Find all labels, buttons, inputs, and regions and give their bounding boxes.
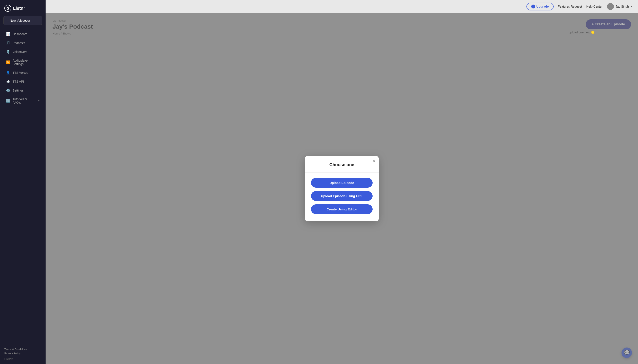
app-name: Listnr <box>13 6 25 11</box>
logo-icon: ◑ <box>4 5 11 12</box>
sidebar-item-tts-api[interactable]: ☁️ TTS API <box>2 77 44 86</box>
sidebar-item-tts-voices[interactable]: 👤 TTS Voices <box>2 68 44 77</box>
sidebar-item-label: Voiceovers <box>13 50 27 54</box>
audioplayer-icon: ▶️ <box>6 60 10 64</box>
sidebar-item-label: Settings <box>13 89 24 92</box>
sidebar-item-label: Tutorials & FAQ's <box>13 98 36 104</box>
tts-api-icon: ☁️ <box>6 80 10 84</box>
tutorials-icon: ℹ️ <box>6 99 10 103</box>
upgrade-button[interactable]: ↑ Upgrade <box>526 2 553 10</box>
chevron-down-icon: ▾ <box>630 5 632 8</box>
sidebar-item-dashboard[interactable]: 📊 Dashboard <box>2 30 44 38</box>
privacy-link[interactable]: Privacy Policy <box>4 352 41 355</box>
terms-link[interactable]: Terms & Conditions <box>4 348 41 351</box>
features-request-link[interactable]: Features Request <box>558 5 582 8</box>
modal-close-button[interactable]: × <box>373 159 375 163</box>
sidebar-item-tutorials[interactable]: ℹ️ Tutorials & FAQ's ▾ <box>2 95 44 107</box>
dashboard-icon: 📊 <box>6 32 10 36</box>
chevron-down-icon: ▾ <box>38 100 40 102</box>
copyright: Listnr© <box>4 358 41 360</box>
sidebar-item-label: TTS Voices <box>13 71 28 74</box>
sidebar-item-settings[interactable]: ⚙️ Settings <box>2 86 44 95</box>
sidebar-item-voiceovers[interactable]: 🎙️ Voiceovers <box>2 48 44 56</box>
sidebar-nav: 📊 Dashboard 🎵 Podcasts 🎙️ Voiceovers ▶️ … <box>0 30 46 107</box>
sidebar-item-label: Podcasts <box>13 41 25 45</box>
tts-voices-icon: 👤 <box>6 71 10 74</box>
sidebar-footer: Terms & Conditions Privacy Policy Listnr… <box>0 344 46 364</box>
new-voiceover-button[interactable]: + New Voiceover <box>4 16 42 25</box>
app-logo: ◑ Listnr <box>0 0 46 15</box>
modal-title: Choose one <box>311 162 373 167</box>
sidebar-item-audioplayer[interactable]: ▶️ Audioplayer Settings <box>2 56 44 68</box>
upgrade-icon: ↑ <box>531 4 535 8</box>
avatar <box>607 3 614 10</box>
settings-icon: ⚙️ <box>6 88 10 92</box>
choose-one-modal: Choose one × Upload Episode Upload Episo… <box>305 156 379 221</box>
user-name: Jay Singh <box>616 5 629 8</box>
sidebar-item-label: Audioplayer Settings <box>13 59 40 66</box>
sidebar-item-podcasts[interactable]: 🎵 Podcasts <box>2 38 44 47</box>
upload-episode-button[interactable]: Upload Episode <box>311 178 373 188</box>
modal-divider <box>305 172 379 173</box>
sidebar: ◑ Listnr + New Voiceover 📊 Dashboard 🎵 P… <box>0 0 46 364</box>
sidebar-item-label: Dashboard <box>13 32 28 36</box>
main-content: ↑ Upgrade Features Request Help Center J… <box>46 0 638 364</box>
user-menu[interactable]: Jay Singh ▾ <box>607 3 632 10</box>
voiceovers-icon: 🎙️ <box>6 50 10 54</box>
podcasts-icon: 🎵 <box>6 41 10 45</box>
modal-overlay: upload one now 🙂 Choose one × Upload Epi… <box>46 13 638 364</box>
upload-episode-url-button[interactable]: Upload Episode using URL <box>311 191 373 201</box>
page-body: My Podcast Jay's Podcast Home / Shows + … <box>46 13 638 364</box>
upgrade-label: Upgrade <box>536 5 549 8</box>
top-header: ↑ Upgrade Features Request Help Center J… <box>46 0 638 13</box>
upload-notice: upload one now 🙂 <box>568 30 594 34</box>
sidebar-item-label: TTS API <box>13 80 24 83</box>
create-using-editor-button[interactable]: Create Using Editor <box>311 204 373 214</box>
help-center-link[interactable]: Help Center <box>586 5 603 8</box>
